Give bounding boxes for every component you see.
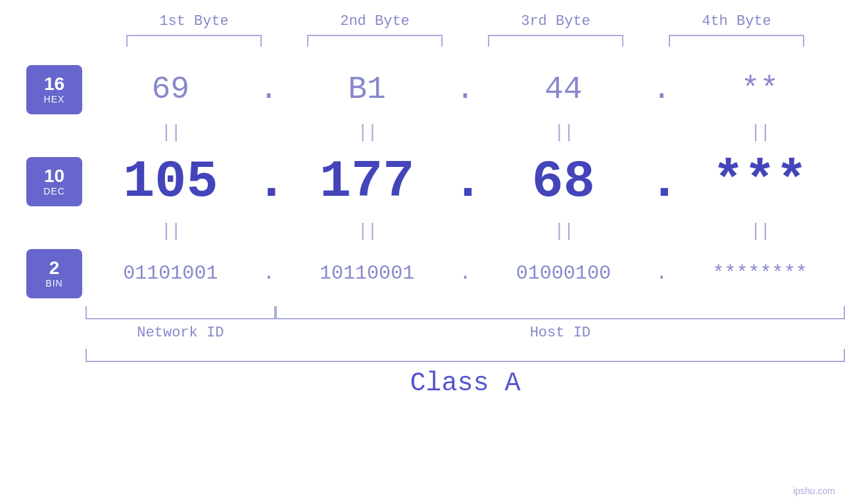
- bin-base-label: BIN: [45, 278, 62, 288]
- dec-dot-1: .: [256, 152, 282, 212]
- equals-row-2: || || || ||: [85, 218, 845, 244]
- bin-value-3: 01000100: [479, 262, 649, 285]
- bin-base-number: 2: [49, 258, 60, 279]
- hex-dot-1: .: [256, 72, 282, 107]
- byte-label-2: 2nd Byte: [285, 13, 466, 30]
- bottom-brackets-row: [85, 306, 845, 319]
- network-id-label: Network ID: [85, 325, 276, 341]
- hex-value-1: 69: [85, 72, 256, 107]
- bin-values-row: 01101001 . 10110001 . 01000100: [85, 244, 845, 303]
- dec-values: 105 . 177 . 68 .: [85, 152, 845, 212]
- dec-value-3: 68: [479, 152, 649, 212]
- hex-base-number: 16: [44, 74, 64, 95]
- bracket-cell-1: [104, 35, 285, 47]
- hex-values-row: 69 . B1 . 44 .: [85, 60, 845, 119]
- eq1-spacer: [26, 119, 85, 145]
- eq2-spacer: [26, 218, 85, 244]
- byte-labels-row: 1st Byte 2nd Byte 3rd Byte 4th Byte: [104, 13, 827, 30]
- equals-values-1: || || || ||: [85, 122, 845, 143]
- hex-badge-spacer: 16 HEX: [26, 60, 85, 119]
- dec-base-label: DEC: [43, 186, 65, 196]
- bracket-top-4: [669, 35, 804, 47]
- host-bracket: [276, 306, 845, 319]
- hex-value-3: 44: [479, 72, 649, 107]
- equals-cell-7: ||: [479, 221, 649, 241]
- dec-badge-spacer: 10 DEC: [26, 145, 85, 218]
- bin-values: 01101001 . 10110001 . 01000100: [85, 262, 845, 285]
- byte-label-1: 1st Byte: [104, 13, 285, 30]
- bracket-cell-4: [646, 35, 827, 47]
- content-body: 16 HEX 10 DEC 2 BIN: [0, 60, 845, 303]
- hex-dot-2: .: [452, 72, 479, 107]
- dec-value-2: 177: [282, 152, 452, 212]
- dec-values-row: 105 . 177 . 68 .: [85, 145, 845, 218]
- bin-value-2: 10110001: [282, 262, 452, 285]
- equals-cell-5: ||: [85, 221, 256, 241]
- bin-dot-1: .: [256, 262, 282, 285]
- equals-values-2: || || || ||: [85, 221, 845, 241]
- hex-base-label: HEX: [44, 94, 65, 104]
- equals-cell-3: ||: [479, 122, 649, 143]
- byte-label-4: 4th Byte: [646, 13, 827, 30]
- hex-value-4: **: [675, 72, 845, 107]
- top-brackets: [104, 35, 827, 47]
- dec-value-4: ***: [675, 152, 845, 212]
- dec-value-1: 105: [85, 152, 256, 212]
- bottom-bracket-section: Network ID Host ID: [0, 306, 845, 341]
- dec-badge: 10 DEC: [26, 157, 82, 206]
- equals-row-1: || || || ||: [85, 119, 845, 145]
- hex-badge: 16 HEX: [26, 65, 82, 114]
- equals-cell-8: ||: [675, 221, 845, 241]
- dec-base-number: 10: [44, 166, 64, 187]
- bin-badge: 2 BIN: [26, 249, 82, 298]
- bin-value-1: 01101001: [85, 262, 256, 285]
- main-container: 1st Byte 2nd Byte 3rd Byte 4th Byte 16 H…: [0, 0, 845, 504]
- class-bracket-full: [85, 349, 845, 362]
- left-badges-column: 16 HEX 10 DEC 2 BIN: [0, 60, 85, 303]
- class-label: Class A: [85, 369, 845, 398]
- bin-dot-2: .: [452, 262, 479, 285]
- class-section: Class A: [0, 349, 845, 398]
- class-content: Class A: [85, 349, 845, 398]
- bracket-cell-3: [466, 35, 646, 47]
- equals-cell-2: ||: [282, 122, 452, 143]
- byte-label-3: 3rd Byte: [466, 13, 646, 30]
- bin-dot-3: .: [648, 262, 675, 285]
- equals-cell-6: ||: [282, 221, 452, 241]
- hex-value-2: B1: [282, 72, 452, 107]
- bottom-left-spacer: [0, 306, 85, 341]
- class-left-spacer: [0, 349, 85, 398]
- bracket-cell-2: [285, 35, 466, 47]
- hex-values: 69 . B1 . 44 .: [85, 72, 845, 107]
- bracket-top-1: [126, 35, 262, 47]
- watermark: ipshu.com: [793, 486, 835, 496]
- hex-dot-3: .: [648, 72, 675, 107]
- bracket-top-2: [307, 35, 443, 47]
- bottom-brackets-container: Network ID Host ID: [85, 306, 845, 341]
- right-rows: 69 . B1 . 44 .: [85, 60, 845, 303]
- dec-dot-3: .: [648, 152, 675, 212]
- network-bracket: [85, 306, 276, 319]
- equals-cell-1: ||: [85, 122, 256, 143]
- bracket-top-3: [488, 35, 623, 47]
- network-host-labels: Network ID Host ID: [85, 325, 845, 341]
- equals-cell-4: ||: [675, 122, 845, 143]
- dec-dot-2: .: [452, 152, 479, 212]
- host-id-label: Host ID: [276, 325, 845, 341]
- bin-badge-spacer: 2 BIN: [26, 244, 85, 303]
- bin-value-4: ********: [675, 262, 845, 285]
